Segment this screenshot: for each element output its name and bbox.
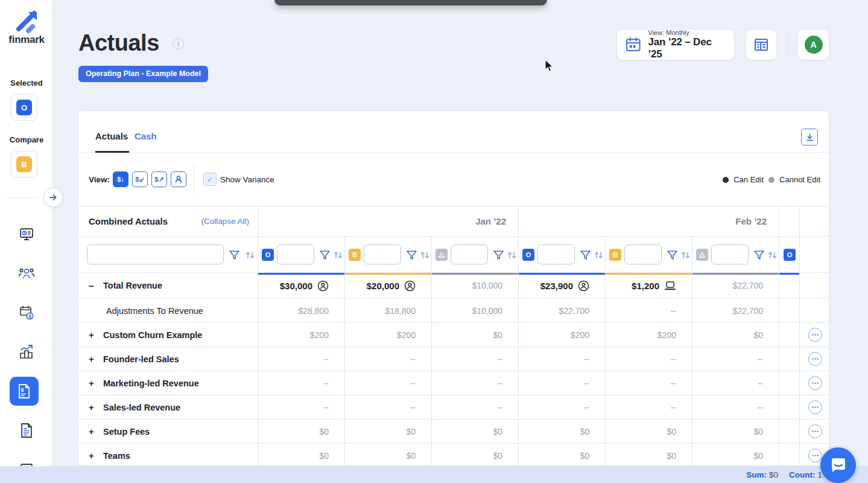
sheet-view-button[interactable] (746, 29, 777, 60)
show-variance-checkbox[interactable]: ✓ (203, 173, 217, 186)
value-cell[interactable]: -- (692, 395, 779, 420)
value-cell[interactable]: $0 (692, 444, 779, 466)
value-cell[interactable]: $23,900 (519, 273, 606, 299)
value-cell[interactable]: $200 (345, 323, 432, 347)
filter-funnel-icon[interactable] (580, 249, 591, 261)
row-menu-button[interactable] (808, 328, 822, 342)
value-cell[interactable]: $200 (519, 323, 606, 347)
value-cell[interactable]: -- (692, 371, 779, 395)
value-cell[interactable]: $10,000 (432, 299, 519, 323)
finmark-logo[interactable]: finmark (0, 8, 53, 46)
value-cell[interactable]: $0 (432, 323, 519, 347)
value-cell[interactable]: -- (606, 299, 692, 323)
value-cell[interactable]: $0 (258, 444, 345, 466)
value-cell[interactable]: $18,800 (345, 299, 432, 323)
value-filter-input[interactable] (711, 245, 749, 264)
filter-funnel-icon[interactable] (493, 249, 504, 261)
value-cell[interactable]: $200 (258, 323, 345, 347)
sort-arrows-icon[interactable] (680, 249, 691, 261)
value-cell[interactable]: -- (519, 347, 606, 371)
row-menu-button[interactable] (808, 424, 822, 438)
value-cell[interactable]: -- (519, 395, 606, 420)
view-mode-dollar-updown-button[interactable]: $↕ (113, 171, 128, 187)
value-cell[interactable]: -- (345, 395, 432, 420)
value-cell[interactable]: $0 (432, 420, 519, 444)
sidebar-item-reports[interactable] (17, 342, 36, 362)
sidebar-item-statements[interactable] (17, 421, 36, 440)
row-menu-button[interactable] (808, 376, 822, 390)
view-mode-dollar-inflow-button[interactable]: $↙ (132, 171, 148, 187)
filter-funnel-icon[interactable] (406, 249, 417, 261)
value-cell[interactable]: -- (345, 347, 432, 371)
value-cell[interactable]: $22,700 (692, 273, 779, 299)
value-cell[interactable]: $0 (345, 420, 432, 444)
expand-row-icon[interactable]: + (89, 354, 97, 363)
value-cell[interactable]: -- (519, 371, 606, 395)
row-menu-button[interactable] (808, 352, 822, 366)
value-cell[interactable]: -- (258, 347, 345, 371)
sidebar-item-payroll[interactable]: $ (17, 303, 36, 322)
tab-cash[interactable]: Cash (135, 131, 157, 141)
value-cell[interactable]: $0 (345, 444, 432, 466)
value-cell[interactable]: $22,700 (692, 299, 779, 323)
sort-arrows-icon[interactable] (767, 249, 778, 261)
value-cell[interactable]: -- (432, 395, 519, 420)
value-cell[interactable]: -- (432, 371, 519, 395)
value-cell[interactable]: $0 (606, 420, 692, 444)
collapse-all-link[interactable]: (Collapse All) (201, 217, 249, 226)
value-cell[interactable]: -- (606, 395, 692, 420)
tab-actuals[interactable]: Actuals (95, 131, 128, 141)
expand-row-icon[interactable]: + (89, 451, 97, 460)
sort-arrows-icon[interactable] (419, 249, 431, 261)
expand-row-icon[interactable]: + (89, 403, 97, 412)
value-cell[interactable]: $28,800 (258, 299, 345, 323)
value-filter-input[interactable] (624, 245, 662, 264)
value-cell[interactable]: $0 (692, 323, 779, 347)
expand-row-icon[interactable]: + (89, 427, 97, 436)
value-cell[interactable]: $1,200 (606, 273, 692, 299)
account-button[interactable]: A (797, 29, 829, 60)
filter-funnel-icon[interactable] (319, 249, 331, 261)
value-cell[interactable]: $0 (258, 420, 345, 444)
plan-badge[interactable]: Operating Plan - Example Model (78, 66, 208, 82)
value-cell[interactable]: -- (606, 347, 692, 371)
sidebar-collapse-button[interactable] (43, 188, 63, 207)
value-filter-input[interactable] (364, 245, 401, 264)
row-menu-button[interactable] (808, 400, 822, 414)
sort-arrows-icon[interactable] (244, 249, 256, 261)
info-icon[interactable]: i (173, 38, 184, 50)
value-cell[interactable]: $0 (519, 420, 606, 444)
value-cell[interactable]: -- (606, 371, 692, 395)
chat-launcher-button[interactable] (820, 447, 856, 483)
value-cell[interactable]: -- (258, 395, 345, 420)
value-cell[interactable]: $200 (606, 323, 692, 347)
value-cell[interactable]: $0 (432, 444, 519, 466)
collapse-row-icon[interactable]: − (89, 281, 97, 290)
value-cell[interactable]: $0 (606, 444, 692, 466)
download-button[interactable] (801, 129, 818, 146)
value-cell[interactable]: -- (345, 371, 432, 395)
expand-row-icon[interactable]: + (89, 379, 97, 388)
value-cell[interactable]: -- (432, 347, 519, 371)
value-filter-input[interactable] (537, 245, 575, 264)
value-filter-input[interactable] (277, 245, 314, 264)
filter-funnel-icon[interactable] (753, 249, 765, 261)
date-range-button[interactable]: View: Monthly Jan ’22 – Dec ’25 (616, 29, 735, 60)
row-filter-input[interactable] (87, 245, 224, 264)
sidebar-item-actuals-active[interactable]: $ (10, 377, 39, 406)
filter-funnel-icon[interactable] (229, 249, 240, 261)
value-cell[interactable]: $0 (692, 420, 779, 444)
filter-funnel-icon[interactable] (667, 249, 678, 261)
value-cell[interactable]: $22,700 (519, 299, 606, 323)
row-menu-button[interactable] (808, 449, 822, 462)
view-mode-headcount-button[interactable] (171, 171, 186, 187)
sort-arrows-icon[interactable] (332, 249, 344, 261)
expand-row-icon[interactable]: + (89, 330, 97, 339)
sort-arrows-icon[interactable] (593, 249, 604, 261)
selected-scenario-button[interactable]: O (11, 94, 37, 121)
sidebar-item-dashboard[interactable] (17, 225, 36, 244)
value-cell[interactable]: $10,000 (432, 273, 519, 299)
sort-arrows-icon[interactable] (506, 249, 518, 261)
value-cell[interactable]: $0 (519, 444, 606, 466)
value-filter-input[interactable] (451, 245, 488, 264)
